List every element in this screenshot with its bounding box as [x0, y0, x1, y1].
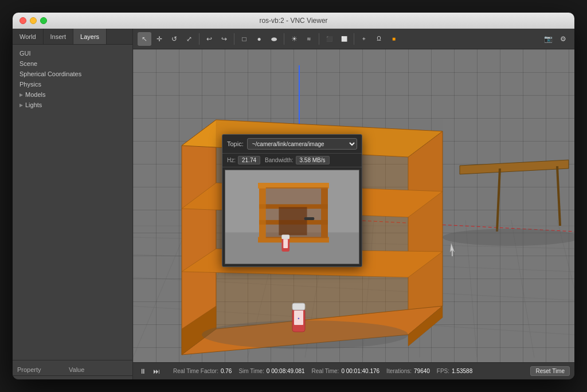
property-panel: Property Value [13, 360, 132, 379]
tool-cylinder[interactable]: ⬬ [267, 32, 281, 46]
screenshot-button[interactable]: 📷 [541, 32, 555, 46]
sep-3 [284, 33, 284, 45]
settings-button[interactable]: ⚙ [556, 32, 570, 46]
tab-layers[interactable]: Layers [73, 29, 107, 44]
sim-time-value: 0 00:08:49.081 [267, 368, 305, 374]
reset-time-button[interactable]: Reset Time [530, 366, 570, 376]
hz-stat: Hz: 21.74 [227, 156, 260, 164]
tool-select[interactable]: ↖ [138, 32, 151, 46]
rtf-label: Real Time Factor: [173, 368, 218, 374]
sidebar-tabs: World Insert Layers [13, 29, 132, 45]
tool-scale[interactable]: ⤢ [182, 32, 196, 46]
sim-time: Sim Time: 0 00:08:49.081 [238, 368, 304, 374]
svg-rect-37 [259, 185, 266, 241]
sep-1 [199, 33, 199, 45]
scene-area[interactable]: ★ Topic: ~/camera/link/camera/image H [133, 49, 574, 362]
maximize-button[interactable] [40, 17, 47, 24]
tab-world[interactable]: World [13, 29, 44, 44]
fps-label: FPS: [437, 368, 449, 374]
real-time: Real Time: 0 00:01:40.176 [312, 368, 380, 374]
tool-undo[interactable]: ↩ [202, 32, 216, 46]
tool-redo[interactable]: ↪ [217, 32, 231, 46]
property-col-header: Property [17, 366, 69, 373]
svg-rect-48 [283, 239, 288, 248]
tool-obj1[interactable]: ⬛ [322, 32, 336, 46]
close-button[interactable] [19, 17, 26, 24]
bandwidth-label: Bandwidth: [265, 157, 293, 163]
svg-rect-47 [281, 234, 289, 239]
svg-line-27 [557, 166, 560, 226]
tab-insert[interactable]: Insert [44, 29, 74, 44]
playback-controls: ⏸ ⏭ [138, 366, 162, 377]
nav-models[interactable]: Models [13, 89, 132, 100]
statusbar: ⏸ ⏭ Real Time Factor: 0.76 Sim Time: 0 0… [133, 362, 574, 379]
tool-headset[interactable]: Ω [372, 32, 386, 46]
sep-2 [234, 33, 234, 45]
camera-image [225, 170, 359, 264]
main-window: ros-vb:2 - VNC Viewer World Insert Layer… [13, 13, 574, 379]
tool-obj2[interactable]: ⬜ [337, 32, 351, 46]
topic-select[interactable]: ~/camera/link/camera/image [247, 138, 357, 150]
svg-rect-44 [279, 207, 307, 235]
sep-5 [354, 33, 354, 45]
window-title: ros-vb:2 - VNC Viewer [259, 17, 327, 25]
svg-line-26 [497, 168, 500, 232]
pause-button[interactable]: ⏸ [138, 366, 148, 377]
minimize-button[interactable] [30, 17, 37, 24]
camera-header: Topic: ~/camera/link/camera/image [222, 135, 362, 154]
iterations-value: 79640 [414, 368, 430, 374]
step-button[interactable]: ⏭ [151, 366, 162, 377]
topic-label: Topic: [227, 140, 244, 147]
svg-marker-25 [460, 160, 569, 174]
nav-physics[interactable]: Physics [13, 79, 132, 89]
camera-stats: Hz: 21.74 Bandwidth: 3.58 MB/s [222, 154, 362, 167]
hz-label: Hz: [227, 157, 236, 163]
tool-sun[interactable]: ☀ [287, 32, 301, 46]
iterations-label: Iterations: [386, 368, 412, 374]
tool-wave[interactable]: ≋ [302, 32, 316, 46]
svg-rect-31 [292, 303, 305, 310]
real-time-value: 0 00:01:40.176 [341, 368, 379, 374]
sidebar-nav: GUI Scene Spherical Coordinates Physics … [13, 45, 132, 360]
nav-spherical[interactable]: Spherical Coordinates [13, 69, 132, 79]
tool-highlight[interactable]: ■ [387, 32, 401, 46]
tool-camera[interactable]: ⌖ [357, 32, 371, 46]
rtf-value: 0.76 [221, 368, 232, 374]
real-time-label: Real Time: [312, 368, 339, 374]
tool-translate[interactable]: ✛ [152, 32, 166, 46]
nav-scene[interactable]: Scene [13, 58, 132, 69]
iterations: Iterations: 79640 [386, 368, 430, 374]
fps: FPS: 1.53588 [437, 368, 472, 374]
nav-gui[interactable]: GUI [13, 48, 132, 58]
camera-panel: Topic: ~/camera/link/camera/image Hz: 21… [222, 134, 362, 267]
sim-time-label: Sim Time: [238, 368, 264, 374]
svg-text:★: ★ [298, 317, 300, 320]
toolbar: ↖ ✛ ↺ ⤢ ↩ ↪ □ ● ⬬ ☀ ≋ ⬛ ⬜ ⌖ Ω ■ [133, 29, 574, 49]
titlebar: ros-vb:2 - VNC Viewer [13, 13, 574, 29]
value-col-header: Value [69, 366, 128, 373]
nav-lights[interactable]: Lights [13, 100, 132, 110]
tool-rotate[interactable]: ↺ [167, 32, 181, 46]
toolbar-right: 📷 ⚙ [541, 32, 570, 46]
sep-4 [319, 33, 319, 45]
svg-rect-45 [304, 217, 315, 220]
tool-box[interactable]: □ [237, 32, 251, 46]
real-time-factor: Real Time Factor: 0.76 [173, 368, 232, 374]
svg-marker-34 [450, 243, 455, 256]
bandwidth-stat: Bandwidth: 3.58 MB/s [265, 156, 330, 164]
sidebar: World Insert Layers GUI Scene Spherical … [13, 29, 133, 379]
hz-value: 21.74 [238, 156, 260, 164]
tool-sphere[interactable]: ● [252, 32, 266, 46]
traffic-lights [19, 17, 47, 24]
fps-value: 1.53588 [452, 368, 472, 374]
svg-point-29 [443, 229, 574, 246]
main-content: World Insert Layers GUI Scene Spherical … [13, 29, 574, 379]
property-header: Property Value [13, 364, 132, 376]
viewport: ↖ ✛ ↺ ⤢ ↩ ↪ □ ● ⬬ ☀ ≋ ⬛ ⬜ ⌖ Ω ■ [133, 29, 574, 379]
bandwidth-value: 3.58 MB/s [296, 156, 330, 164]
